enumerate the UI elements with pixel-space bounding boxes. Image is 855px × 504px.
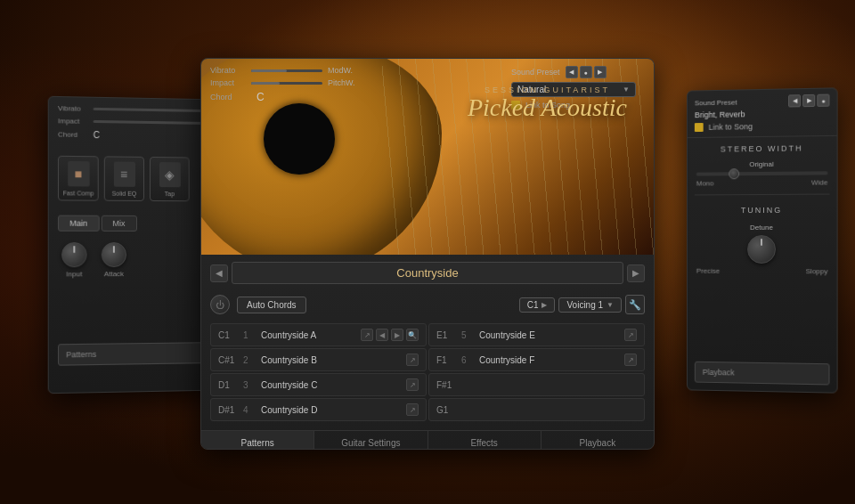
chord-note-e1: E1 xyxy=(436,330,456,340)
chord-actions-cs1: ↗ xyxy=(406,354,419,366)
input-knob-label: Input xyxy=(66,270,82,278)
chord-edit-btn-cs1[interactable]: ↗ xyxy=(406,354,419,366)
chord-note-d1: D1 xyxy=(218,380,238,390)
power-button[interactable]: ⏻ xyxy=(210,295,230,314)
stereo-wide-label: Wide xyxy=(811,178,827,186)
stereo-slider-track[interactable] xyxy=(696,171,828,175)
chord-name-countryside-c: Countryside C xyxy=(261,380,401,390)
chord-list: C1 1 Countryside A ↗ ◀ ▶ 🔍 E1 5 Countrys… xyxy=(201,320,654,425)
solid-eq-graphic: ≡ xyxy=(113,161,134,186)
pattern-selector: ◀ Countryside ▶ xyxy=(210,262,645,284)
main-impact-row: Impact PitchW. xyxy=(210,78,355,87)
chord-edit-btn-c1[interactable]: ↗ xyxy=(361,329,373,341)
tab-main[interactable]: Main xyxy=(58,215,99,232)
tuning-knob[interactable] xyxy=(747,235,776,264)
tuning-sloppy-label: Sloppy xyxy=(806,267,828,275)
tab-mix[interactable]: Mix xyxy=(101,215,136,232)
main-chord-label: Chord xyxy=(210,93,246,102)
back-right-playback-label: Playback xyxy=(695,362,830,386)
solid-eq-icon-box[interactable]: ≡ Solid EQ xyxy=(104,156,144,201)
chord-edit-btn-d1[interactable]: ↗ xyxy=(406,378,419,391)
chord-item-c1[interactable]: C1 1 Countryside A ↗ ◀ ▶ 🔍 xyxy=(210,323,427,346)
stereo-width-control: Original Mono Wide xyxy=(688,156,837,191)
tuning-precise-label: Precise xyxy=(696,267,720,275)
main-panel: Vibrato ModW. Impact PitchW. Chord C xyxy=(200,58,655,450)
chord-item-f1[interactable]: F1 6 Countryside F ↗ xyxy=(428,348,645,371)
chord-edit-btn-f1[interactable]: ↗ xyxy=(624,354,637,366)
back-right-prev-btn[interactable]: ◀ xyxy=(788,94,801,107)
impact-slider[interactable] xyxy=(94,120,214,125)
chord-next-btn-c1[interactable]: ▶ xyxy=(391,329,403,341)
preset-prev-btn[interactable]: ◀ xyxy=(566,66,578,78)
voicing-select[interactable]: Voicing 1 ▼ xyxy=(558,297,622,313)
chord-num-2: 2 xyxy=(243,355,256,365)
chord-edit-btn-e1[interactable]: ↗ xyxy=(624,329,637,341)
chord-actions-c1: ↗ ◀ ▶ 🔍 xyxy=(361,329,419,341)
main-impact-fill xyxy=(251,82,280,85)
tuning-title: TUNING xyxy=(688,199,837,219)
tab-playback[interactable]: Playback xyxy=(542,431,654,450)
back-right-next-btn[interactable]: ▶ xyxy=(802,94,815,107)
chord-item-g1[interactable]: G1 xyxy=(428,398,645,421)
tab-guitar-settings[interactable]: Guitar Settings xyxy=(314,431,428,450)
stereo-slider-thumb xyxy=(729,168,739,179)
chord-item-cs1[interactable]: C#1 2 Countryside B ↗ xyxy=(210,348,427,371)
preset-next-btn[interactable]: ▶ xyxy=(594,66,607,78)
main-chord-row: Chord C xyxy=(210,91,355,103)
main-impact-track[interactable] xyxy=(251,82,322,85)
main-vibrato-track[interactable] xyxy=(251,69,322,72)
back-right-save-btn[interactable]: ● xyxy=(817,94,829,107)
preset-bullet-btn[interactable]: ● xyxy=(580,66,592,78)
chord-item-e1[interactable]: E1 5 Countryside E ↗ xyxy=(428,323,645,346)
guitar-sound-hole xyxy=(264,103,335,175)
tune-button[interactable]: 🔧 xyxy=(625,295,645,314)
chord-note-ds1: D#1 xyxy=(218,405,238,415)
chord-name-countryside-b: Countryside B xyxy=(261,355,401,365)
chord-item-d1[interactable]: D1 3 Countryside C ↗ xyxy=(210,373,427,396)
back-right-link-label[interactable]: Link to Song xyxy=(709,122,753,132)
chord-actions-f1: ↗ xyxy=(624,354,637,366)
stereo-width-title: STEREO WIDTH xyxy=(688,136,837,158)
chord-note-cs1: C#1 xyxy=(218,355,238,365)
chord-actions-d1: ↗ xyxy=(406,378,419,391)
main-vibrato-row: Vibrato ModW. xyxy=(210,66,355,75)
chord-name-countryside-e: Countryside E xyxy=(479,330,619,340)
chord-pos-display[interactable]: C1 ▶ xyxy=(519,297,556,313)
vibrato-label: Vibrato xyxy=(58,104,90,113)
auto-chords-button[interactable]: Auto Chords xyxy=(237,297,306,313)
sound-preset-label: Sound Preset xyxy=(511,68,560,77)
stereo-original-label: Original xyxy=(749,160,774,168)
fast-comp-graphic: ■ xyxy=(68,160,89,185)
input-knob[interactable] xyxy=(61,242,86,267)
pattern-next-btn[interactable]: ▶ xyxy=(627,264,645,282)
main-vibrato-fill xyxy=(251,69,287,72)
chord-value: C xyxy=(94,130,100,140)
chord-item-fs1[interactable]: F#1 xyxy=(428,373,645,396)
fast-comp-icon-box[interactable]: ■ Fast Comp xyxy=(58,156,99,201)
tab-patterns[interactable]: Patterns xyxy=(201,431,314,450)
input-knob-group: Input xyxy=(61,242,86,278)
tune-icon-symbol: 🔧 xyxy=(629,299,641,311)
divider-1 xyxy=(695,194,830,196)
back-right-playback-tab[interactable]: Playback xyxy=(695,362,830,386)
main-impact-label: Impact xyxy=(210,78,246,87)
vibrato-slider[interactable] xyxy=(94,108,214,112)
solid-eq-label: Solid EQ xyxy=(112,190,137,196)
chord-num-6: 6 xyxy=(461,355,474,365)
back-right-link-indicator xyxy=(695,123,704,132)
tuning-detune-label: Detune xyxy=(750,224,773,232)
impact-label: Impact xyxy=(58,117,90,126)
voicing-arrow-icon: ▼ xyxy=(607,301,614,309)
chord-name-countryside-d: Countryside D xyxy=(261,405,401,415)
tap-icon-box[interactable]: ◈ Tap xyxy=(150,157,190,201)
tab-effects[interactable]: Effects xyxy=(428,431,542,450)
pattern-name: Countryside xyxy=(232,262,623,284)
fast-comp-label: Fast Comp xyxy=(62,190,94,196)
attack-knob[interactable] xyxy=(102,242,126,267)
chord-edit-btn-ds1[interactable]: ↗ xyxy=(406,403,419,416)
sound-preset-row: Sound Preset ◀ ● ▶ xyxy=(511,66,645,78)
chord-item-ds1[interactable]: D#1 4 Countryside D ↗ xyxy=(210,398,427,421)
pattern-prev-btn[interactable]: ◀ xyxy=(210,264,228,282)
chord-search-btn-c1[interactable]: 🔍 xyxy=(406,329,419,341)
chord-prev-btn-c1[interactable]: ◀ xyxy=(376,329,388,341)
